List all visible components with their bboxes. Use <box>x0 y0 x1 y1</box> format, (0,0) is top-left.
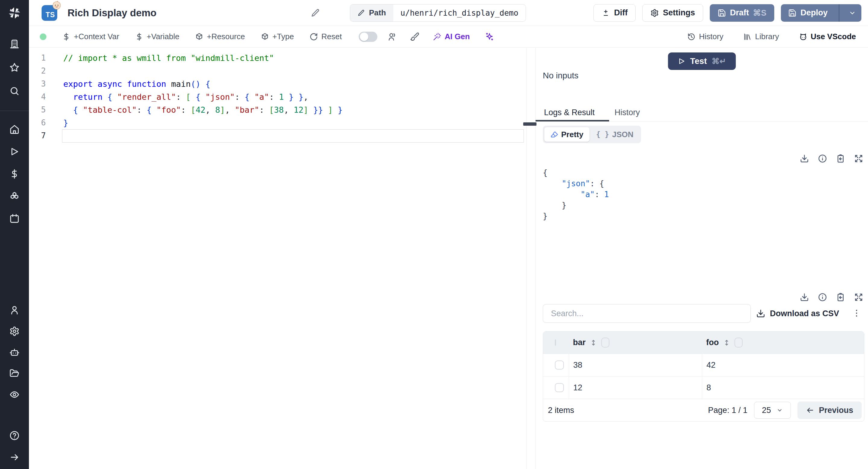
add-resource-button[interactable]: +Resource <box>195 32 245 41</box>
users-icon[interactable] <box>388 32 397 41</box>
column-header-bar[interactable]: bar <box>569 338 702 347</box>
table-cell: 42 <box>702 354 864 376</box>
result-json-view: { "json": { "a": 1 }} <box>543 167 609 222</box>
deploy-split-divider <box>839 4 839 22</box>
package-icon <box>261 33 269 41</box>
code-line[interactable] <box>63 129 526 142</box>
select-all-checkbox[interactable] <box>555 339 556 346</box>
diff-button[interactable]: Diff <box>593 4 636 22</box>
history-button[interactable]: History <box>687 32 723 41</box>
tab-logs-result[interactable]: Logs & Result <box>543 104 596 121</box>
use-vscode-button[interactable]: Use VScode <box>799 32 856 41</box>
library-button[interactable]: Library <box>743 32 779 41</box>
result-line: "json": { <box>543 178 609 189</box>
assistant-toggle[interactable] <box>359 32 377 42</box>
deploy-button[interactable]: Deploy <box>781 4 861 22</box>
test-button[interactable]: Test ⌘↵ <box>668 53 736 70</box>
dollar-icon[interactable] <box>9 169 20 179</box>
bot-icon[interactable] <box>9 347 20 357</box>
table-search-input[interactable] <box>543 304 751 323</box>
settings-icon[interactable] <box>9 326 20 336</box>
baby-emoji-icon <box>52 0 62 10</box>
path-value: u/henri/rich_display_demo <box>393 4 526 22</box>
deploy-dropdown-button[interactable] <box>843 4 861 22</box>
copy-clipboard-icon[interactable] <box>836 154 845 163</box>
table-row[interactable]: 128 <box>543 376 864 399</box>
line-number: 3 <box>29 77 63 90</box>
page-size-value: 25 <box>762 406 771 415</box>
result-table: bar foo 3842128 2 items Page: 1 / 1 25 P… <box>543 331 864 422</box>
json-view-button[interactable]: { } JSON <box>590 127 640 142</box>
calendar-icon[interactable] <box>9 213 20 224</box>
copy-clipboard-icon[interactable] <box>836 293 845 302</box>
info-icon[interactable] <box>818 154 827 163</box>
code-line[interactable]: return { "render_all": [ { "json": { "a"… <box>63 90 526 103</box>
column-filter-pill[interactable] <box>735 338 743 347</box>
editor-toolbar: +Context Var +Variable +Resource +Type R… <box>29 26 868 48</box>
edit-summary-pencil-icon[interactable] <box>311 8 320 18</box>
tab-history[interactable]: History <box>613 104 641 121</box>
result-tabs: Logs & Result History <box>535 104 868 122</box>
code-line[interactable] <box>63 64 526 77</box>
expand-icon[interactable] <box>854 293 863 302</box>
code-line[interactable]: export async function main() { <box>63 77 526 90</box>
code-editor[interactable]: 1234567 // import * as wmill from "windm… <box>29 48 526 469</box>
table-menu-kebab-icon[interactable] <box>852 308 861 318</box>
gear-icon <box>650 9 659 17</box>
select-all-cell <box>543 340 569 345</box>
sort-icon[interactable] <box>590 339 597 347</box>
add-context-var-button[interactable]: +Context Var <box>62 32 119 41</box>
column-filter-pill[interactable] <box>601 338 610 347</box>
column-header-foo[interactable]: foo <box>702 338 864 347</box>
folder-open-icon[interactable] <box>9 368 20 379</box>
play-icon[interactable] <box>9 147 20 157</box>
pane-separator <box>526 48 527 469</box>
wand-icon <box>433 33 441 41</box>
arrow-right-icon[interactable] <box>9 452 20 462</box>
settings-button[interactable]: Settings <box>642 4 703 22</box>
play-icon <box>678 57 685 65</box>
pane-resize-handle[interactable] <box>523 122 536 126</box>
result-view-toggle: Pretty { } JSON <box>543 126 641 143</box>
home-icon[interactable] <box>9 124 20 134</box>
code-line[interactable]: { "table-col": { "foo": [42, 8], "bar": … <box>63 103 526 116</box>
line-number-gutter: 1234567 <box>29 48 63 469</box>
download-icon[interactable] <box>800 293 809 302</box>
toggle-knob <box>360 33 368 41</box>
expand-icon[interactable] <box>854 154 863 163</box>
table-cell: 12 <box>569 376 702 399</box>
format-brush-icon[interactable] <box>410 32 419 41</box>
user-icon[interactable] <box>9 305 20 315</box>
boxes-icon[interactable] <box>9 191 20 201</box>
draft-button[interactable]: Draft ⌘S <box>710 4 774 22</box>
items-count: 2 items <box>548 406 574 415</box>
path-button[interactable]: Path u/henri/rich_display_demo <box>350 4 526 22</box>
chevron-down-icon <box>848 9 856 17</box>
row-checkbox[interactable] <box>555 361 564 370</box>
code-area[interactable]: // import * as wmill from "windmill-clie… <box>63 48 526 469</box>
page-size-select[interactable]: 25 <box>754 402 791 419</box>
star-icon[interactable] <box>9 62 20 73</box>
code-line[interactable]: // import * as wmill from "windmill-clie… <box>63 52 526 64</box>
table-row[interactable]: 3842 <box>543 353 864 376</box>
add-variable-button[interactable]: +Variable <box>135 32 180 41</box>
row-checkbox[interactable] <box>555 383 564 392</box>
eye-icon[interactable] <box>9 389 20 400</box>
pretty-view-button[interactable]: Pretty <box>544 127 590 142</box>
reset-button[interactable]: Reset <box>310 32 342 41</box>
add-type-button[interactable]: +Type <box>261 32 294 41</box>
ai-gen-button[interactable]: AI Gen <box>433 32 470 41</box>
library-icon <box>743 33 752 41</box>
download-icon[interactable] <box>800 154 809 163</box>
sparkles-icon[interactable] <box>485 32 494 41</box>
building-icon[interactable] <box>9 39 20 49</box>
info-icon[interactable] <box>818 293 827 302</box>
windmill-logo-icon[interactable] <box>0 0 29 26</box>
help-icon[interactable] <box>9 430 20 441</box>
previous-page-button[interactable]: Previous <box>798 402 862 419</box>
search-icon[interactable] <box>9 86 20 96</box>
diff-icon <box>601 9 610 17</box>
sort-icon[interactable] <box>723 339 731 347</box>
download-csv-button[interactable]: Download as CSV <box>756 304 839 323</box>
code-line[interactable]: } <box>63 116 526 129</box>
